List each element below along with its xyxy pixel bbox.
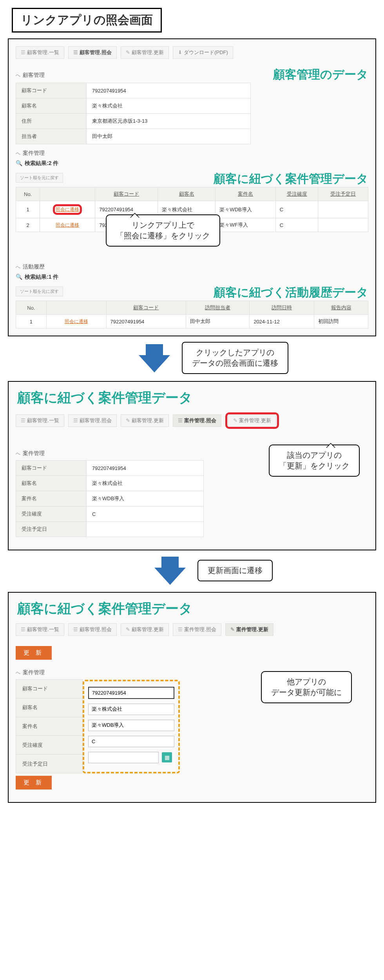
col-code[interactable]: 顧客コード [95, 187, 158, 201]
cell-code: 792207491954 [106, 315, 186, 328]
yotei-date-input[interactable] [88, 752, 159, 763]
label: 受注予定日 [16, 522, 87, 537]
value: 792207491954 [87, 83, 251, 98]
btn-customer-list[interactable]: ☰顧客管理.一覧 [16, 414, 64, 427]
customer-code-input[interactable] [88, 687, 174, 699]
col-tanto[interactable]: 訪問担当者 [186, 301, 249, 315]
list-icon: ☰ [178, 417, 183, 423]
col-name[interactable]: 顧客名 [158, 187, 216, 201]
value: 楽々株式会社 [87, 476, 204, 491]
search-icon: 🔍 [16, 160, 22, 166]
highlight-box: 照会に遷移 [53, 204, 82, 215]
page-title: リンクアプリの照会画面 [12, 8, 162, 33]
calendar-icon[interactable]: ▦ [162, 752, 172, 762]
btn-customer-update[interactable]: ✎顧客管理.更新 [121, 46, 169, 59]
cell-kakudo: C [275, 218, 318, 232]
btn-customer-update[interactable]: ✎顧客管理.更新 [121, 623, 169, 636]
label: 受注確度 [16, 736, 83, 755]
btn-anken-update[interactable]: ✎案件管理.更新 [225, 623, 274, 636]
callout-transition-inquiry: クリックしたアプリのデータの照会画面に遷移 [182, 342, 288, 374]
col-kakudo[interactable]: 受注確度 [275, 187, 318, 201]
list-icon: ☰ [21, 49, 25, 55]
chevron-icon: へ [16, 151, 20, 156]
cell-anken: 楽々WDB導入 [216, 201, 275, 218]
cell-no: 1 [16, 201, 40, 218]
label: 案件名 [16, 491, 87, 506]
search-result-count: 🔍検索結果:2 件 [16, 160, 368, 167]
btn-anken-inquiry[interactable]: ☰案件管理.照会 [173, 623, 221, 636]
btn-customer-list[interactable]: ☰顧客管理.一覧 [16, 623, 64, 636]
btn-customer-list[interactable]: ☰顧客管理.一覧 [16, 46, 64, 59]
col-yotei[interactable]: 受注予定日 [318, 187, 368, 201]
btn-customer-inquiry[interactable]: ☰顧客管理.照会 [68, 414, 117, 427]
value: 楽々株式会社 [87, 98, 251, 114]
go-to-inquiry-link[interactable]: 照会に遷移 [65, 319, 88, 324]
label: 受注確度 [16, 506, 87, 522]
cell-yotei [318, 218, 368, 232]
label: 担当者 [16, 129, 87, 144]
arrow-down-icon [139, 355, 170, 372]
chevron-icon: へ [16, 73, 20, 78]
toolbar: ☰顧客管理.一覧 ☰顧客管理.照会 ✎顧客管理.更新 ⬇ダウンロード(PDF) [16, 46, 368, 59]
customer-name-input[interactable] [88, 704, 174, 715]
chevron-icon: へ [16, 264, 20, 270]
callout-click-inquiry: リンクアプリ上で「照会に遷移」をクリック [106, 214, 220, 247]
btn-customer-update[interactable]: ✎顧客管理.更新 [121, 414, 169, 427]
reset-sort-button[interactable]: ソート順を元に戻す [16, 173, 63, 183]
label: 住所 [16, 114, 87, 129]
col-anken[interactable]: 案件名 [216, 187, 275, 201]
col-houkoku[interactable]: 報告内容 [314, 301, 368, 315]
search-icon: 🔍 [16, 274, 22, 280]
cell-no: 1 [16, 315, 47, 328]
reset-sort-button[interactable]: ソート順を元に戻す [16, 287, 63, 296]
label: 顧客コード [16, 461, 87, 476]
toolbar: ☰顧客管理.一覧 ☰顧客管理.照会 ✎顧客管理.更新 ☰案件管理.照会 ✎案件管… [16, 412, 368, 429]
label: 顧客コード [16, 83, 87, 98]
value: 田中太郎 [87, 129, 251, 144]
callout-transition-update: 更新画面に遷移 [197, 560, 273, 581]
anken-name-input[interactable] [88, 720, 174, 731]
list-icon: ☰ [73, 417, 78, 423]
update-button[interactable]: 更 新 [16, 776, 52, 789]
pencil-icon: ✎ [126, 417, 130, 423]
btn-customer-inquiry[interactable]: ☰顧客管理.照会 [68, 46, 117, 59]
btn-download-pdf[interactable]: ⬇ダウンロード(PDF) [173, 46, 233, 59]
cell-tanto: 田中太郎 [186, 315, 249, 328]
section-activity: へ活動履歴 [16, 263, 368, 270]
value: 792207491954 [87, 461, 204, 476]
kakudo-input[interactable] [88, 736, 174, 747]
chevron-icon: へ [16, 451, 20, 456]
customer-detail-table: 顧客コード792207491954 顧客名楽々株式会社 住所東京都港区元赤坂1-… [16, 83, 251, 144]
col-date[interactable]: 訪問日時 [250, 301, 314, 315]
col-action [40, 187, 95, 201]
arrow-down-icon [154, 568, 186, 585]
label: 顧客名 [16, 698, 83, 717]
cell-houkoku: 初回訪問 [314, 315, 368, 328]
download-icon: ⬇ [178, 49, 182, 55]
toolbar: ☰顧客管理.一覧 ☰顧客管理.照会 ✎顧客管理.更新 ☰案件管理.照会 ✎案件管… [16, 623, 368, 636]
table-row: 1 照会に遷移 792207491954 田中太郎 2024-11-12 初回訪… [16, 315, 368, 328]
list-icon: ☰ [73, 49, 78, 55]
pencil-icon: ✎ [230, 626, 235, 632]
value: 東京都港区元赤坂1-3-13 [87, 114, 251, 129]
list-icon: ☰ [21, 417, 25, 423]
col-action [46, 301, 106, 315]
label: 顧客コード [16, 680, 83, 699]
btn-customer-inquiry[interactable]: ☰顧客管理.照会 [68, 623, 117, 636]
go-to-inquiry-link[interactable]: 照会に遷移 [56, 222, 79, 228]
btn-anken-update[interactable]: ✎案件管理.更新 [228, 414, 276, 427]
highlight-box: ✎案件管理.更新 [225, 412, 279, 429]
label: 顧客名 [16, 476, 87, 491]
panel-link-app-inquiry: ☰顧客管理.一覧 ☰顧客管理.照会 ✎顧客管理.更新 ⬇ダウンロード(PDF) … [8, 38, 376, 336]
section-customer: へ顧客管理 [16, 72, 45, 79]
highlight-dashed-box: ▦ [83, 680, 180, 773]
cell-kakudo: C [275, 201, 318, 218]
col-code[interactable]: 顧客コード [106, 301, 186, 315]
panel-anken-update: 顧客に紐づく案件管理データ ☰顧客管理.一覧 ☰顧客管理.照会 ✎顧客管理.更新… [8, 592, 376, 803]
update-button[interactable]: 更 新 [16, 646, 52, 660]
go-to-inquiry-link[interactable]: 照会に遷移 [56, 207, 79, 212]
list-icon: ☰ [178, 626, 183, 632]
btn-anken-inquiry[interactable]: ☰案件管理.照会 [173, 414, 221, 427]
label: 顧客名 [16, 98, 87, 114]
col-no: No. [16, 187, 40, 201]
